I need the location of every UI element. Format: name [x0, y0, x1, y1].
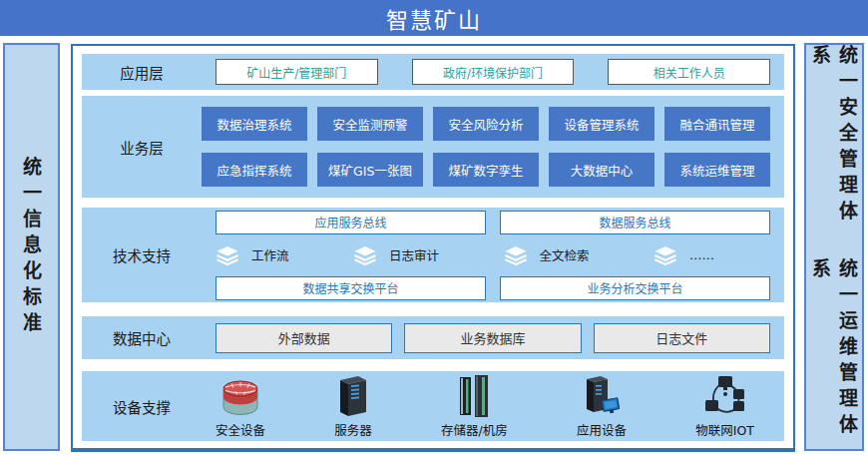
layer-tech-support-label: 技术支持: [82, 244, 202, 265]
equipment-iot: 物联网IOT: [695, 372, 754, 439]
business-box-system-ops: 系统运维管理: [664, 153, 770, 187]
layer-application-content: 矿山生产/管理部门 政府/环境保护部门 相关工作人员: [202, 59, 784, 85]
business-analysis-exchange-platform: 业务分析交换平台: [500, 276, 770, 300]
layer-equipment: 设备支撑 安全设备: [82, 371, 784, 441]
middleware-log-audit: 日志审计: [353, 245, 439, 265]
layers-stack-icon: [504, 245, 528, 265]
equipment-label: 存储器/机房: [441, 420, 508, 439]
equipment-server: 服务器: [334, 372, 372, 439]
business-box-risk-analysis: 安全风险分析: [433, 107, 539, 141]
middleware-workflow: 工作流: [216, 245, 289, 265]
layer-tech-support: 技术支持 应用服务总线 数据服务总线: [82, 208, 784, 302]
business-box-safety-monitoring: 安全监测预警: [317, 107, 423, 141]
middleware-fulltext-search: 全文检索: [504, 245, 590, 265]
server-icon: [335, 372, 371, 418]
platform-row: 数据共享交换平台 业务分析交换平台: [216, 276, 770, 300]
data-service-bus: 数据服务总线: [500, 211, 770, 234]
business-box-device-management: 设备管理系统: [549, 107, 654, 141]
business-box-data-governance: 数据治理系统: [202, 107, 307, 141]
layer-application: 应用层 矿山生产/管理部门 政府/环境保护部门 相关工作人员: [82, 54, 784, 90]
data-box-log-files: 日志文件: [594, 323, 770, 353]
equipment-label: 服务器: [334, 420, 372, 439]
app-service-bus: 应用服务总线: [216, 211, 486, 234]
layer-business-content: 数据治理系统 安全监测预警 安全风险分析 设备管理系统 融合通讯管理 应急指挥系…: [202, 107, 784, 187]
business-row-1: 数据治理系统 安全监测预警 安全风险分析 设备管理系统 融合通讯管理: [202, 107, 770, 141]
middleware-more: ……: [653, 245, 714, 265]
middleware-label: ……: [689, 247, 714, 262]
business-box-digital-twin: 煤矿数字孪生: [433, 153, 539, 187]
right-pillar-label-ops: 统一运维管理体系: [807, 258, 861, 450]
architecture-main-panel: 应用层 矿山生产/管理部门 政府/环境保护部门 相关工作人员 业务层 数据治理系…: [71, 44, 795, 452]
application-box-related-staff: 相关工作人员: [608, 59, 770, 85]
firewall-icon: [217, 374, 263, 418]
data-box-external-data: 外部数据: [216, 323, 392, 353]
layer-data-center-label: 数据中心: [82, 327, 202, 348]
equipment-label: 应用设备: [577, 420, 627, 439]
layers-stack-icon: [353, 245, 377, 265]
layers-stack-icon: [653, 245, 677, 265]
middleware-row: 工作流 日志审计: [216, 241, 770, 269]
layer-data-center: 数据中心 外部数据 业务数据库 日志文件: [82, 316, 784, 359]
equipment-label: 安全设备: [216, 420, 265, 439]
business-box-gis-one-map: 煤矿GIS一张图: [317, 153, 423, 187]
storage-icon: [454, 372, 494, 418]
layers-stack-icon: [216, 245, 239, 265]
layer-tech-support-content: 应用服务总线 数据服务总线 工作流: [202, 211, 784, 300]
layer-equipment-label: 设备支撑: [82, 396, 202, 417]
middleware-label: 工作流: [251, 245, 289, 264]
layer-application-label: 应用层: [82, 62, 202, 83]
left-pillar-label: 统一信息化标准: [18, 157, 45, 338]
smart-mine-architecture-diagram: 智慧矿山 统一信息化标准 统一安全管理体系 统一运维管理体系 应用层 矿山生产/…: [0, 0, 868, 456]
layer-equipment-content: 安全设备 服务器: [202, 372, 784, 441]
application-box-government-env: 政府/环境保护部门: [412, 59, 575, 85]
page-title: 智慧矿山: [0, 0, 868, 36]
equipment-security-device: 安全设备: [216, 374, 265, 439]
application-box-mine-production: 矿山生产/管理部门: [216, 59, 378, 85]
layer-data-center-content: 外部数据 业务数据库 日志文件: [202, 323, 784, 353]
left-pillar-unified-info-standard: 统一信息化标准: [3, 43, 60, 451]
right-pillar-label-security: 统一安全管理体系: [807, 45, 861, 236]
data-box-business-database: 业务数据库: [404, 323, 581, 353]
equipment-app-device: 应用设备: [577, 372, 627, 439]
equipment-label: 物联网IOT: [695, 420, 754, 439]
app-device-icon: [581, 372, 623, 418]
layer-business-label: 业务层: [82, 137, 202, 158]
service-bus-row: 应用服务总线 数据服务总线: [216, 211, 770, 234]
equipment-storage: 存储器/机房: [441, 372, 508, 439]
page-title-text: 智慧矿山: [386, 2, 482, 34]
layer-business: 业务层 数据治理系统 安全监测预警 安全风险分析 设备管理系统 融合通讯管理 应…: [82, 96, 784, 198]
business-box-comms-management: 融合通讯管理: [664, 107, 770, 141]
right-pillar-unified-systems: 统一安全管理体系 统一运维管理体系: [804, 43, 864, 451]
data-sharing-exchange-platform: 数据共享交换平台: [216, 276, 486, 300]
iot-icon: [702, 372, 748, 418]
business-box-big-data-center: 大数据中心: [549, 153, 654, 187]
business-row-2: 应急指挥系统 煤矿GIS一张图 煤矿数字孪生 大数据中心 系统运维管理: [202, 153, 770, 187]
business-box-emergency-command: 应急指挥系统: [202, 153, 307, 187]
middleware-label: 日志审计: [389, 245, 439, 264]
middleware-label: 全文检索: [540, 245, 590, 264]
